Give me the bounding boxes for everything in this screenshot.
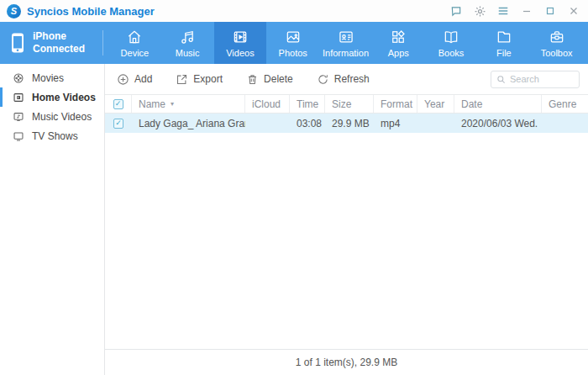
music-note-icon [179, 29, 196, 45]
tab-apps[interactable]: Apps [372, 22, 425, 64]
sort-caret-icon: ▾ [171, 100, 174, 108]
cell-name: Lady Gaga_ Ariana Gran... [132, 114, 245, 133]
status-text: 1 of 1 item(s), 29.9 MB [296, 357, 397, 368]
sidebar-item-home-videos[interactable]: Home Videos [0, 87, 104, 107]
film-reel-icon [13, 72, 24, 84]
id-card-icon [338, 29, 354, 45]
search-input[interactable] [510, 74, 574, 84]
device-status: Connected [33, 43, 85, 55]
search-icon [496, 75, 506, 84]
column-header-size[interactable]: Size [325, 95, 374, 113]
app-window: S Syncios Mobile Manager [0, 0, 588, 375]
cell-date: 2020/06/03 Wed. [454, 114, 542, 133]
sidebar: Movies Home Videos Music Videos [0, 64, 105, 375]
column-header-icloud[interactable]: iCloud [245, 95, 290, 113]
toolbar: Add Export Delete [105, 64, 588, 94]
select-all-checkbox-cell: ✓ [105, 95, 132, 113]
sidebar-item-movies[interactable]: Movies [0, 68, 104, 87]
device-info: iPhone Connected [0, 22, 102, 64]
tab-information[interactable]: Information [319, 22, 372, 64]
row-checkbox-cell: ✓ [105, 114, 132, 133]
cell-genre [542, 114, 588, 133]
column-header-date[interactable]: Date [454, 95, 542, 113]
table-empty-space [105, 133, 588, 349]
search-box[interactable] [491, 71, 580, 88]
settings-gear-icon[interactable] [472, 3, 487, 18]
open-book-icon [443, 29, 459, 45]
trash-icon [246, 73, 259, 86]
app-logo-icon: S [7, 4, 21, 18]
titlebar: S Syncios Mobile Manager [0, 0, 588, 22]
tab-books[interactable]: Books [425, 22, 478, 64]
cell-icloud [245, 114, 290, 133]
cell-time: 03:08 [290, 114, 325, 133]
sidebar-item-label: Home Videos [32, 92, 96, 103]
refresh-icon [317, 73, 329, 86]
sidebar-item-label: Movies [32, 72, 64, 84]
maximize-icon[interactable] [543, 3, 558, 18]
device-name: iPhone [33, 30, 85, 43]
refresh-button[interactable]: Refresh [317, 73, 370, 86]
cell-size: 29.9 MB [325, 114, 374, 133]
add-circle-icon [117, 73, 129, 86]
sidebar-item-music-videos[interactable]: Music Videos [0, 107, 104, 126]
folder-icon [496, 29, 512, 45]
column-header-name[interactable]: Name ▾ [132, 95, 245, 113]
film-icon [232, 29, 249, 45]
music-video-icon [13, 111, 24, 123]
cell-year [417, 114, 454, 133]
phone-icon [10, 32, 25, 54]
tv-icon [13, 130, 24, 142]
column-header-genre[interactable]: Genre [542, 95, 588, 113]
home-video-icon [13, 92, 24, 103]
nav-tabs: Device Music Videos [103, 22, 588, 64]
home-icon [126, 29, 143, 45]
photo-icon [285, 29, 302, 45]
content-area: Add Export Delete [105, 64, 588, 375]
tab-file[interactable]: File [477, 22, 530, 64]
menu-icon[interactable] [496, 3, 511, 18]
feedback-icon[interactable] [449, 3, 464, 18]
row-checkbox[interactable]: ✓ [113, 119, 123, 129]
close-icon[interactable] [566, 3, 581, 18]
add-button[interactable]: Add [117, 73, 152, 86]
sidebar-item-label: Music Videos [32, 111, 92, 123]
toolbox-icon [549, 29, 565, 45]
select-all-checkbox[interactable]: ✓ [113, 99, 123, 109]
minimize-icon[interactable] [519, 3, 534, 18]
statusbar: 1 of 1 item(s), 29.9 MB [105, 349, 588, 375]
table-header: ✓ Name ▾ iCloud Time Size Format Year Da… [105, 94, 588, 114]
export-button[interactable]: Export [176, 73, 223, 86]
sidebar-item-tv-shows[interactable]: TV Shows [0, 126, 104, 145]
tab-music[interactable]: Music [161, 22, 214, 64]
delete-button[interactable]: Delete [246, 73, 293, 86]
table-row[interactable]: ✓ Lady Gaga_ Ariana Gran... 03:08 29.9 M… [105, 114, 588, 133]
cell-format: mp4 [374, 114, 417, 133]
apps-grid-icon [390, 29, 407, 45]
tab-device[interactable]: Device [108, 22, 161, 64]
app-title: Syncios Mobile Manager [27, 5, 155, 18]
navbar: iPhone Connected Device Music [0, 22, 588, 64]
tab-photos[interactable]: Photos [266, 22, 319, 64]
column-header-time[interactable]: Time [290, 95, 325, 113]
tab-toolbox[interactable]: Toolbox [530, 22, 583, 64]
export-icon [176, 73, 188, 86]
tab-videos[interactable]: Videos [214, 22, 267, 64]
column-header-format[interactable]: Format [374, 95, 417, 113]
sidebar-item-label: TV Shows [32, 130, 78, 142]
column-header-year[interactable]: Year [417, 95, 454, 113]
